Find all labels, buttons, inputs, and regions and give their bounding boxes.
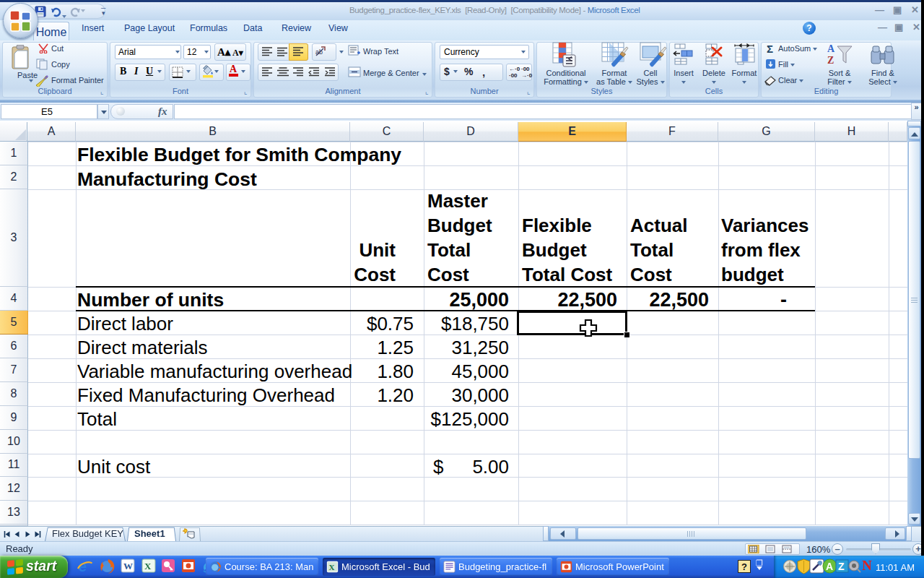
svg-text:X: X (328, 563, 334, 571)
svg-text:A: A (826, 561, 833, 572)
svg-text:W: W (123, 561, 133, 571)
svg-text:Z: Z (827, 55, 834, 66)
svg-text:Z: Z (838, 561, 845, 572)
svg-text:A: A (827, 43, 835, 54)
svg-text:X: X (144, 561, 152, 571)
svg-text:ab: ab (315, 48, 323, 56)
